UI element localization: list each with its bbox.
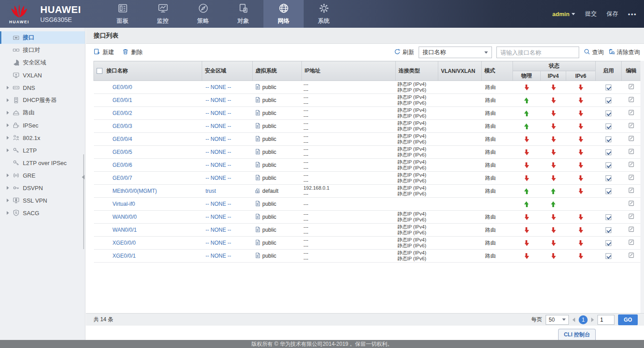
enable-checkbox[interactable] [606, 98, 611, 103]
edit-icon[interactable] [628, 174, 635, 181]
search-input[interactable] [496, 47, 579, 58]
top-menu-item-4[interactable]: 对象 [223, 0, 263, 28]
user-menu[interactable]: admin [552, 11, 575, 17]
security-zone-link[interactable]: -- NONE -- [206, 84, 231, 90]
sidebar-item-ssl-vpn[interactable]: SSL VPN [0, 194, 85, 207]
top-menu-item-2[interactable]: 监控 [143, 0, 183, 28]
enable-checkbox[interactable] [606, 123, 611, 129]
enable-checkbox[interactable] [606, 214, 611, 220]
security-zone-link[interactable]: -- NONE -- [206, 253, 231, 259]
filter-field-select[interactable]: 接口名称 [419, 47, 492, 58]
security-zone-link[interactable]: -- NONE -- [206, 227, 231, 233]
sidebar-item-dsvpn[interactable]: DSVPN [0, 182, 85, 194]
sidebar-item-interface[interactable]: 接口 [0, 31, 85, 44]
security-zone-link[interactable]: -- NONE -- [206, 97, 231, 103]
cli-console-button[interactable]: CLI 控制台 [558, 329, 596, 340]
table-scrollbar-track[interactable] [640, 61, 644, 313]
edit-icon[interactable] [628, 226, 635, 233]
edit-icon[interactable] [628, 252, 635, 259]
edit-icon[interactable] [628, 122, 635, 129]
interface-name-link[interactable]: XGE0/0/0 [113, 240, 136, 246]
expand-arrow-icon[interactable] [7, 123, 9, 127]
more-menu-button[interactable]: ••• [628, 11, 637, 17]
save-button[interactable]: 保存 [606, 10, 618, 18]
enable-checkbox[interactable] [606, 136, 611, 142]
sidebar-item-dhcp-server[interactable]: DHCP服务器 [0, 94, 85, 106]
security-zone-link[interactable]: -- NONE -- [206, 175, 231, 181]
edit-icon[interactable] [628, 161, 635, 168]
security-zone-link[interactable]: -- NONE -- [206, 201, 231, 207]
interface-name-link[interactable]: WAN0/0/1 [113, 227, 137, 233]
security-zone-link[interactable]: -- NONE -- [206, 136, 231, 142]
interface-name-link[interactable]: GE0/0/0 [113, 84, 132, 90]
top-menu-item-6[interactable]: 系统 [304, 0, 344, 28]
refresh-button[interactable]: 刷新 [394, 48, 414, 56]
previous-page-button[interactable] [572, 318, 575, 322]
interface-name-link[interactable]: GE0/0/3 [113, 123, 132, 129]
delete-button[interactable]: 删除 [122, 48, 143, 56]
enable-checkbox[interactable] [606, 227, 611, 233]
sidebar-item-sacg[interactable]: SACG [0, 207, 85, 219]
edit-icon[interactable] [628, 83, 635, 90]
security-zone-link[interactable]: -- NONE -- [206, 123, 231, 129]
new-button[interactable]: 新建 [93, 48, 114, 56]
edit-icon[interactable] [628, 96, 635, 103]
expand-arrow-icon[interactable] [7, 111, 9, 115]
security-zone-link[interactable]: -- NONE -- [206, 214, 231, 220]
sidebar-item-gre[interactable]: GRE [0, 169, 85, 182]
select-all-checkbox[interactable] [97, 68, 102, 74]
interface-name-link[interactable]: GE0/0/7 [113, 175, 132, 181]
security-zone-link[interactable]: -- NONE -- [206, 240, 231, 246]
interface-name-link[interactable]: GE0/0/5 [113, 149, 132, 155]
expand-arrow-icon[interactable] [7, 211, 9, 215]
edit-icon[interactable] [628, 213, 635, 220]
interface-name-link[interactable]: GE0/0/4 [113, 136, 132, 142]
security-zone-link[interactable]: -- NONE -- [206, 149, 231, 155]
edit-icon[interactable] [628, 109, 635, 116]
interface-name-link[interactable]: MEth0/0/0(MGMT) [113, 188, 157, 194]
sidebar-item-security-zone[interactable]: 安全区域 [0, 56, 85, 69]
interface-name-link[interactable]: GE0/0/2 [113, 110, 132, 116]
enable-checkbox[interactable] [606, 85, 611, 90]
expand-arrow-icon[interactable] [7, 199, 9, 202]
sidebar-scrollbar[interactable] [83, 154, 84, 249]
go-button[interactable]: GO [618, 314, 638, 325]
per-page-select[interactable]: 50 [546, 315, 569, 325]
security-zone-link[interactable]: -- NONE -- [206, 110, 231, 116]
submit-button[interactable]: 提交 [585, 10, 597, 18]
enable-checkbox[interactable] [606, 253, 611, 259]
expand-arrow-icon[interactable] [7, 98, 9, 102]
edit-icon[interactable] [628, 187, 635, 194]
expand-arrow-icon[interactable] [7, 186, 9, 190]
edit-icon[interactable] [628, 239, 635, 246]
top-menu-item-1[interactable]: 面板 [102, 0, 143, 28]
enable-checkbox[interactable] [606, 162, 611, 168]
expand-arrow-icon[interactable] [7, 174, 9, 177]
edit-icon[interactable] [628, 200, 635, 207]
sidebar-item-l2tp-ipsec[interactable]: L2TP over IPSec [0, 157, 85, 169]
enable-checkbox[interactable] [606, 110, 611, 116]
expand-arrow-icon[interactable] [7, 136, 9, 140]
sidebar-item-vxlan[interactable]: VXLAN [0, 69, 85, 81]
interface-name-link[interactable]: WAN0/0/0 [113, 214, 137, 220]
security-zone-link[interactable]: -- NONE -- [206, 162, 231, 168]
edit-icon[interactable] [628, 148, 635, 155]
enable-checkbox[interactable] [606, 240, 611, 246]
interface-name-link[interactable]: GE0/0/6 [113, 162, 132, 168]
query-button[interactable]: 查询 [584, 48, 604, 56]
sidebar-collapse-handle[interactable] [82, 175, 85, 179]
top-menu-item-5[interactable]: 网络 [263, 0, 304, 28]
interface-name-link[interactable]: GE0/0/1 [113, 97, 132, 103]
sidebar-item-interface-pair[interactable]: 接口对 [0, 44, 85, 56]
sidebar-item-l2tp[interactable]: L2TP [0, 144, 85, 157]
sidebar-item-route[interactable]: 路由 [0, 106, 85, 119]
expand-arrow-icon[interactable] [7, 86, 9, 89]
enable-checkbox[interactable] [606, 149, 611, 155]
expand-arrow-icon[interactable] [7, 149, 9, 152]
interface-name-link[interactable]: XGE0/0/1 [113, 253, 136, 259]
enable-checkbox[interactable] [606, 188, 611, 194]
enable-checkbox[interactable] [606, 175, 611, 181]
sidebar-item-dot1x[interactable]: 802.1x [0, 132, 85, 144]
current-page-button[interactable]: 1 [579, 315, 588, 324]
next-page-button[interactable] [591, 318, 594, 322]
